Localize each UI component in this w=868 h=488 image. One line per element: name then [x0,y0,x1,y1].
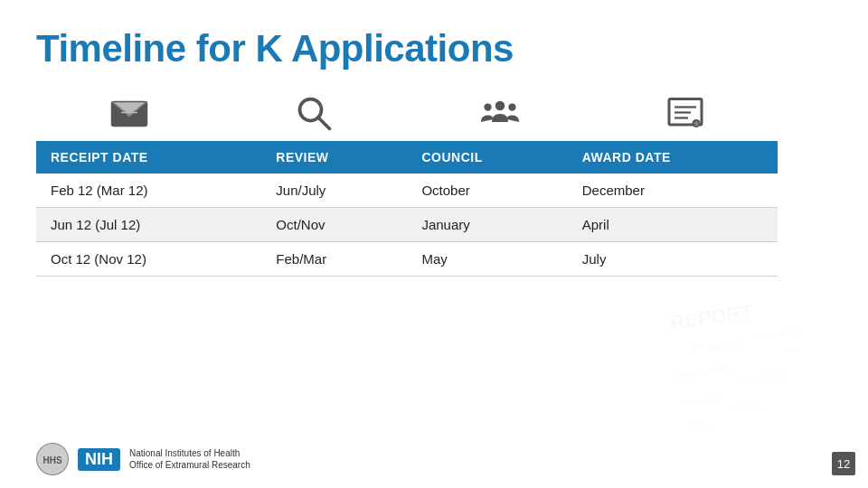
award-icon-cell [592,87,778,141]
svg-text:Accessibility: Accessibility [754,327,799,343]
search-icon-cell [222,87,407,141]
council-icon [478,92,522,136]
svg-text:OFFICE: OFFICE [728,400,762,415]
header-receipt-date: RECEIPT DATE [36,141,261,174]
cell-receipt-2: Jun 12 (Jul 12) [36,208,261,242]
slide-title: Timeline for K Applications [36,27,832,70]
table-row: Feb 12 (Mar 12) Jun/July October Decembe… [36,174,778,208]
footer: HHS NIH National Institutes of Health Of… [36,443,250,475]
cell-award-1: December [568,174,778,208]
table-header-row: RECEIPT DATE REVIEW COUNCIL AWARD DATE [36,141,778,174]
svg-text:Workforce: Workforce [681,393,719,408]
watermark: REPORT FUNDiNG Opportunities Application… [669,289,868,452]
cell-council-2: January [407,208,567,242]
svg-text:Opportunities: Opportunities [673,362,733,381]
icons-row [36,87,778,141]
svg-line-8 [317,117,329,129]
svg-text:FUNDiNG: FUNDiNG [692,335,747,356]
envelope-icon [108,92,151,136]
header-council: COUNCIL [407,141,567,174]
svg-text:STTR: STTR [689,421,712,433]
cell-award-2: April [568,208,778,242]
page-number: 12 [832,452,855,475]
timeline-table: RECEIPT DATE REVIEW COUNCIL AWARD DATE F… [36,141,778,277]
svg-point-9 [495,101,505,111]
svg-text:HHS: HHS [42,455,61,465]
envelope-icon-cell [36,87,222,141]
cell-review-2: Oct/Nov [261,208,407,242]
svg-text:REPORT: REPORT [669,300,755,334]
cell-review-3: Feb/Mar [261,242,407,277]
svg-point-11 [508,103,515,110]
award-icon [664,92,707,136]
table-row: Oct 12 (Nov 12) Feb/Mar May July [36,242,778,277]
svg-text:Application: Application [741,369,787,385]
cell-receipt-1: Feb 12 (Mar 12) [36,174,261,208]
header-award-date: AWARD DATE [568,141,778,174]
cell-council-1: October [407,174,567,208]
table-row: Jun 12 (Jul 12) Oct/Nov January April [36,208,778,242]
cell-award-3: July [568,242,778,277]
cell-receipt-3: Oct 12 (Nov 12) [36,242,261,277]
council-icon-cell [407,87,592,141]
svg-text:GOV: GOV [784,345,803,357]
slide: Timeline for K Applications [0,0,868,488]
nih-logo: NIH [78,448,120,471]
search-icon [293,92,336,136]
footer-org-text: National Institutes of Health Office of … [129,447,250,471]
cell-review-1: Jun/July [261,174,407,208]
svg-point-10 [484,103,491,110]
cell-council-3: May [407,242,567,277]
hhs-logo: HHS [36,443,69,475]
header-review: REVIEW [261,141,407,174]
